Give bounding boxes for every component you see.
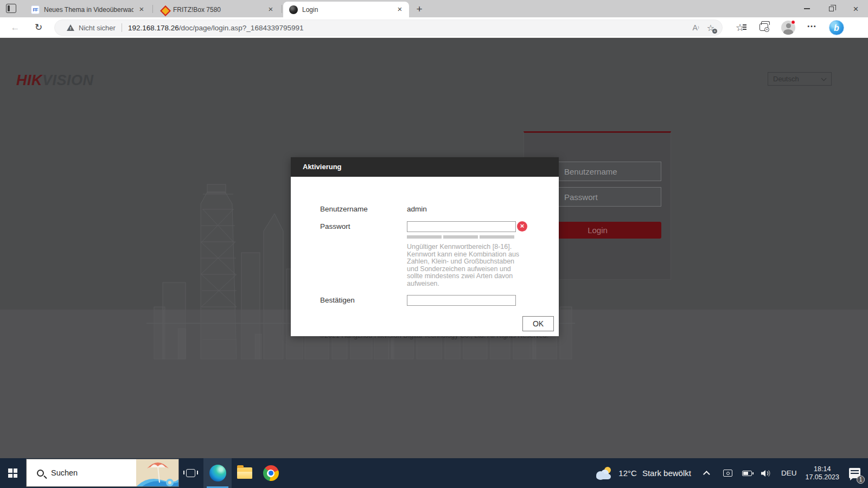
fritzbox-favicon-icon [160, 5, 169, 14]
password-input[interactable] [407, 221, 516, 232]
search-icon [37, 470, 44, 477]
add-favorite-icon[interactable]: ☆+ [707, 23, 714, 33]
clock-time: 18:14 [814, 465, 831, 473]
hikvision-logo: HIKVISION [16, 72, 94, 89]
browser-tab-strip: FF Neues Thema in Videoüberwach × FRITZ!… [0, 0, 868, 17]
chevron-down-icon [821, 76, 827, 81]
camera-favicon-icon [289, 5, 298, 14]
url-host: 192.168.178.26 [128, 24, 179, 32]
password-strength-bar [443, 235, 478, 239]
window-controls: × [795, 0, 868, 17]
browser-tab-forum[interactable]: FF Neues Thema in Videoüberwach × [25, 2, 151, 17]
back-button[interactable]: ← [8, 21, 22, 34]
edge-icon [209, 465, 226, 481]
read-aloud-icon[interactable]: A⁾ [693, 23, 699, 32]
bing-chat-icon[interactable]: b [829, 20, 844, 35]
password-strength-bar [480, 235, 514, 239]
username-value: admin [407, 205, 427, 213]
address-bar[interactable]: ! Nicht sicher 192.168.178.26 /doc/page/… [54, 20, 723, 36]
ok-button[interactable]: OK [522, 316, 554, 331]
tab-title: FRITZ!Box 7580 [173, 6, 263, 14]
browser-tab-login-active[interactable]: Login × [283, 2, 409, 17]
window-minimize-button[interactable] [795, 0, 819, 17]
dialog-title: Aktivierung [303, 157, 342, 177]
weather-temperature[interactable]: 12°C [618, 468, 637, 478]
weather-condition[interactable]: Stark bewölkt [642, 468, 691, 478]
notification-badge: 1 [857, 476, 865, 484]
tab-close-icon[interactable]: × [395, 5, 405, 15]
tab-close-icon[interactable]: × [137, 5, 146, 15]
minimize-icon [804, 8, 810, 9]
dialog-header: Aktivierung [291, 157, 559, 177]
language-dropdown[interactable]: Deutsch [768, 72, 832, 86]
activation-dialog: Aktivierung Benutzername admin Passwort … [291, 157, 559, 336]
search-highlight-image [136, 459, 178, 487]
settings-more-icon[interactable]: … [807, 18, 817, 30]
tab-divider [152, 5, 153, 13]
tray-expand-chevron-icon[interactable] [703, 471, 710, 478]
tab-title: Login [302, 6, 392, 14]
window-close-button[interactable]: × [844, 0, 868, 17]
weather-icon[interactable] [595, 467, 614, 480]
browser-tab-fritzbox[interactable]: FRITZ!Box 7580 × [154, 2, 280, 17]
taskbar-chrome-button[interactable] [258, 458, 284, 488]
keyboard-language[interactable]: DEU [781, 469, 797, 477]
clock-date: 17.05.2023 [805, 473, 839, 481]
profile-notification-dot [791, 20, 795, 24]
confirm-label: Bestätigen [320, 296, 355, 304]
reload-button[interactable]: ↻ [31, 21, 46, 34]
password-hint-text: Ungültiger Kennwortbereich [8-16]. Kennw… [407, 243, 523, 288]
cast-display-icon[interactable] [723, 470, 732, 477]
new-tab-button[interactable]: + [412, 3, 426, 16]
window-restore-button[interactable] [819, 0, 844, 17]
not-secure-warning-icon: ! [67, 24, 74, 31]
collections-icon[interactable]: + [760, 23, 768, 31]
language-value: Deutsch [773, 75, 799, 83]
taskbar-file-explorer-button[interactable] [232, 458, 258, 488]
confirm-password-input[interactable] [407, 295, 516, 306]
chrome-icon [263, 465, 279, 481]
tab-actions-menu-icon[interactable] [6, 4, 16, 13]
battery-icon[interactable] [742, 471, 752, 476]
error-icon: × [517, 221, 527, 232]
security-label[interactable]: Nicht sicher [79, 24, 116, 32]
system-tray: 12°C Stark bewölkt DEU 18:14 17.05.2023 … [595, 458, 868, 488]
tab-title: Neues Thema in Videoüberwach [44, 6, 133, 14]
taskbar-edge-button[interactable] [203, 458, 232, 488]
username-label: Benutzername [320, 205, 368, 213]
search-placeholder: Suchen [51, 468, 136, 477]
password-label: Passwort [320, 222, 350, 230]
windows-logo-icon [8, 468, 17, 478]
windows-taskbar: Suchen 12°C Stark bewölkt [0, 458, 868, 488]
task-view-button[interactable] [177, 458, 203, 488]
favorites-icon[interactable]: ☆ [736, 22, 744, 34]
task-view-icon [186, 469, 195, 477]
restore-icon [829, 7, 834, 11]
forum-favicon-icon: FF [31, 5, 40, 14]
url-path: /doc/page/login.asp?_1684339795991 [179, 24, 304, 32]
tab-divider [282, 5, 282, 13]
taskbar-clock[interactable]: 18:14 17.05.2023 [805, 465, 839, 481]
browser-toolbar: ← ↻ ! Nicht sicher 192.168.178.26 /doc/p… [0, 17, 868, 38]
taskbar-search-box[interactable]: Suchen [26, 459, 179, 487]
address-divider [122, 23, 122, 32]
plus-badge-icon: + [712, 29, 717, 34]
tab-close-icon[interactable]: × [266, 5, 276, 15]
volume-icon[interactable] [761, 469, 771, 478]
password-strength-bar [407, 235, 442, 239]
start-button[interactable] [0, 458, 26, 488]
file-explorer-icon [237, 467, 252, 479]
